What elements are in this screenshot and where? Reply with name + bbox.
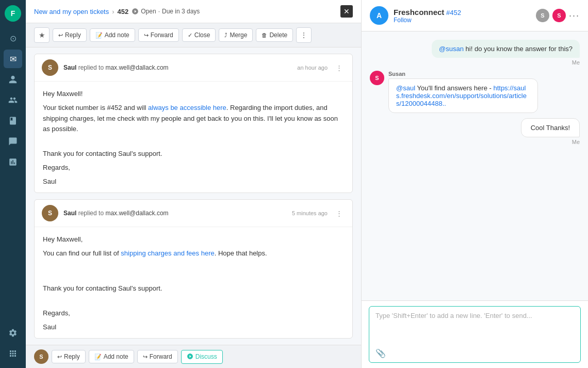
sidebar-icon-settings[interactable] [4,324,22,342]
mention-susan: @susan [439,45,464,53]
chat-header: A Freshconnect #452 Follow S S ··· [362,0,588,31]
add-note-button[interactable]: 📝 Add note [90,28,135,42]
breadcrumb: New and my open tickets › 452 Open · Due… [34,8,200,15]
action-text-1: replied to [78,64,106,71]
body-line-1: Hey Maxwell! [43,89,344,100]
avatar-2: S [42,205,58,221]
susan-name: Susan [388,71,538,77]
chat-more-button[interactable]: ··· [569,10,580,21]
thanks-meta: Me [521,139,580,145]
body2-line-5: Saul [43,322,344,333]
bottom-note-icon: 📝 [94,354,102,360]
body2-line-3: Thank you for contacting Saul's support. [43,283,344,294]
app-logo: F [5,5,21,22]
ticket-link-1[interactable]: always be accessible here [148,104,226,111]
message-meta-2: Saul replied to max.well@dallack.com [63,210,287,217]
message-options-1[interactable]: ⋮ [333,61,345,74]
more-options-button[interactable]: ⋮ [296,27,312,43]
sidebar-icon-kb[interactable] [4,111,22,130]
chat-message-3: Cool Thanks! Me [521,118,580,145]
sidebar-icon-apps[interactable] [4,344,22,363]
chat-input-area: Type 'Shift+Enter' to add a new line. 'E… [362,300,588,368]
conversation-area: S Saul replied to max.well@dallack.com a… [26,47,361,345]
chat-panel: A Freshconnect #452 Follow S S ··· @susa… [361,0,588,368]
top-bar: New and my open tickets › 452 Open · Due… [26,0,361,23]
breadcrumb-link[interactable]: New and my open tickets [34,8,109,15]
user-badge-2: S [552,9,566,22]
chat-bubble-text-1: @susan hi! do you know the answer for th… [432,40,580,58]
recipient-1: max.well@dallack.com [105,64,168,71]
message-options-2[interactable]: ⋮ [333,207,345,219]
action-text-2: replied to [78,210,106,217]
message-header-2: S Saul replied to max.well@dallack.com 5… [35,200,352,227]
follow-button[interactable]: Follow [394,17,531,24]
sidebar-icon-dashboard[interactable]: ⊙ [4,29,22,47]
body-line-5: Saul [43,177,344,187]
susan-text-1: You'll find answers here - [417,84,493,92]
chat-input-placeholder[interactable]: Type 'Shift+Enter' to add a new line. 'E… [375,312,574,319]
sidebar-icon-tickets[interactable]: ✉ [4,50,22,68]
delete-button[interactable]: 🗑 Delete [256,28,293,42]
sidebar-icon-chat[interactable] [4,132,22,151]
status-separator: · [158,8,160,15]
susan-message-content: Susan @saul You'll find answers here - h… [388,71,538,113]
bottom-avatar: S [34,349,48,364]
bottom-forward-icon: ↪ [143,354,148,360]
sidebar-icon-groups[interactable] [4,91,22,109]
chat-message-2: S Susan @saul You'll find answers here -… [370,71,538,113]
breadcrumb-chevron-icon: › [112,8,114,15]
chat-header-right: S S ··· [536,9,580,22]
forward-icon: ↪ [144,32,149,39]
chat-message-1: @susan hi! do you know the answer for th… [432,40,580,66]
message-body-1: Hey Maxwell! Your ticket number is #452 … [35,82,352,193]
bottom-discuss-button[interactable]: Discuss [181,350,223,364]
message-time-1: an hour ago [297,65,328,71]
sidebar-icon-contacts[interactable] [4,70,22,89]
chat-logo: A [370,6,388,25]
merge-icon: ⤴ [224,32,227,38]
close-ticket-icon: ✓ [188,32,192,39]
message-header-1: S Saul replied to max.well@dallack.com a… [35,54,352,82]
shipping-link[interactable]: shipping charges and fees here [121,249,214,257]
body-line-2: Your ticket number is #452 and will alwa… [43,103,344,135]
chat-ticket-ref: #452 [446,9,461,17]
merge-button[interactable]: ⤴ Merge [219,28,253,42]
avatar-1: S [42,59,58,76]
due-text: Due in 3 days [162,8,200,15]
sidebar: F ⊙ ✉ [0,0,26,368]
action-bar: ★ ↩ Reply 📝 Add note ↪ Forward ✓ Close ⤴… [26,23,361,47]
body2-line-1: Hey Maxwell, [43,234,344,245]
recipient-2: max.well@dallack.com [105,210,168,217]
author-1: Saul [63,64,76,71]
message-body-2: Hey Maxwell, You can find our full list … [35,227,352,339]
body2-line-2: You can find our full list of shipping c… [43,248,344,259]
mention-saul: @saul [396,84,415,92]
susan-avatar: S [370,71,384,85]
message-meta-1: Saul replied to max.well@dallack.com [63,64,292,71]
sidebar-icon-analytics[interactable] [4,153,22,171]
chat-title: Freshconnect #452 [394,8,531,17]
conversation-message-2: S Saul replied to max.well@dallack.com 5… [34,199,353,339]
conversation-message-1: S Saul replied to max.well@dallack.com a… [34,54,353,193]
body2-line-4: Regards, [43,308,344,319]
thanks-bubble-text: Cool Thanks! [521,118,580,137]
attach-icon[interactable]: 📎 [375,348,386,358]
bottom-bar: S ↩ Reply 📝 Add note ↪ Forward Discuss [26,345,361,368]
chat-title-area: Freshconnect #452 Follow [394,8,531,24]
close-ticket-button[interactable]: ✓ Close [182,28,216,42]
reply-button[interactable]: ↩ Reply [53,28,87,42]
note-icon: 📝 [95,32,103,39]
star-button[interactable]: ★ [34,27,50,43]
bottom-reply-icon: ↩ [57,354,62,360]
chat-messages: @susan hi! do you know the answer for th… [362,31,588,300]
bottom-forward-button[interactable]: ↪ Forward [137,350,178,363]
status-badge: Open · Due in 3 days [132,8,200,15]
susan-bubble: @saul You'll find answers here - https:/… [388,78,538,113]
body-line-3: Thank you for contacting Saul's support. [43,149,344,159]
reply-icon: ↩ [58,32,63,39]
status-text: Open [141,8,156,15]
bottom-add-note-button[interactable]: 📝 Add note [89,350,134,363]
bottom-reply-button[interactable]: ↩ Reply [52,350,86,363]
forward-button[interactable]: ↪ Forward [138,28,179,42]
close-button[interactable]: ✕ [340,5,353,18]
